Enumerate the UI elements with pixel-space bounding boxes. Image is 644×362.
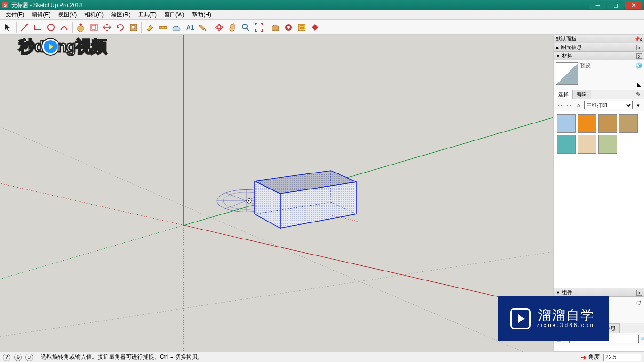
svg-point-14 — [287, 26, 290, 29]
paint-tool[interactable] — [197, 21, 209, 33]
panel-entity-info[interactable]: ▶ 图元信息 x — [554, 43, 644, 52]
statusbar: ? ⊕ ☺ 选取旋转角或输入值。接近量角器可进行捕捉。Ctrl = 切换拷贝。 … — [0, 352, 644, 362]
pin-icon[interactable]: 📌 — [634, 36, 640, 41]
text-tool[interactable]: A1 — [183, 21, 196, 33]
vcb-input[interactable] — [603, 354, 641, 361]
help-icon[interactable]: ? — [3, 354, 10, 361]
selected-box — [255, 171, 356, 228]
zoom-tool[interactable] — [239, 21, 252, 33]
expand-icon: ▼ — [556, 290, 560, 295]
menu-window[interactable]: 窗口(W) — [160, 10, 188, 20]
offset-tool[interactable] — [88, 21, 100, 33]
vcb-label: 角度 — [588, 353, 600, 361]
material-create-icon[interactable]: 🧊 — [636, 62, 643, 69]
menu-view[interactable]: 视图(V) — [54, 10, 81, 20]
collapse-icon: ▶ — [556, 45, 559, 50]
swatch[interactable] — [578, 135, 596, 154]
arrow-indicator: ➔ — [581, 354, 586, 361]
circle-tool[interactable] — [45, 21, 57, 33]
svg-point-9 — [205, 29, 206, 31]
materials-tab-edit[interactable]: 编辑 — [572, 90, 591, 99]
pan-tool[interactable] — [226, 21, 239, 33]
move-tool[interactable] — [101, 21, 113, 33]
panel-materials-header[interactable]: ▼ 材料 x — [554, 52, 644, 60]
watermark-bottomright: 溜溜自学 zixue.3d66.com — [498, 296, 609, 341]
materials-tab-select[interactable]: 选择 — [554, 90, 573, 99]
svg-point-2 — [48, 24, 54, 31]
panel-close[interactable]: x — [636, 53, 642, 59]
panel-close[interactable]: x — [636, 45, 642, 50]
material-default-icon[interactable]: ◣ — [637, 81, 641, 88]
menu-draw[interactable]: 绘图(R) — [107, 10, 134, 20]
svg-line-20 — [184, 117, 553, 225]
svg-point-10 — [216, 26, 223, 29]
svg-line-17 — [0, 127, 553, 352]
swatch[interactable] — [598, 135, 617, 154]
panel-close[interactable]: x — [636, 290, 642, 296]
window-minimize-button[interactable]: ─ — [589, 1, 606, 9]
material-swatches — [554, 111, 644, 168]
svg-point-0 — [26, 24, 28, 25]
line-tool[interactable] — [18, 21, 31, 33]
menu-tools[interactable]: 工具(T) — [134, 10, 160, 20]
scale-tool[interactable] — [127, 21, 140, 33]
swatch[interactable] — [598, 114, 617, 133]
menu-camera[interactable]: 相机(C) — [81, 10, 107, 20]
window-title: 无标题 - SketchUp Pro 2018 — [11, 1, 83, 9]
svg-line-23 — [0, 183, 184, 225]
search-icon[interactable]: 🔍 — [640, 335, 644, 343]
material-preset-label: 预设 — [580, 62, 634, 69]
protractor-tool[interactable] — [170, 21, 182, 33]
expand-icon: ▼ — [556, 54, 560, 58]
status-hint: 选取旋转角或输入值。接近量角器可进行捕捉。Ctrl = 切换拷贝。 — [41, 353, 203, 361]
pushpull-tool[interactable] — [74, 21, 87, 33]
swatch[interactable] — [578, 114, 596, 133]
swatch[interactable] — [557, 135, 576, 154]
warehouse-tool[interactable] — [269, 21, 281, 33]
svg-text:A1: A1 — [186, 24, 194, 31]
component-pin-icon[interactable]: ै — [636, 300, 641, 306]
svg-line-16 — [0, 252, 553, 337]
viewport[interactable] — [0, 35, 553, 352]
svg-line-21 — [0, 225, 184, 279]
material-current-swatch[interactable] — [556, 62, 578, 85]
material-library-select[interactable]: 三维打印 — [584, 101, 633, 109]
app-icon: S — [2, 2, 8, 8]
menubar: 文件(F) 编辑(E) 视图(V) 相机(C) 绘图(R) 工具(T) 窗口(W… — [0, 10, 644, 20]
tray-title[interactable]: 默认面板 📌 x — [554, 35, 644, 43]
scene-3d — [0, 35, 553, 352]
rectangle-tool[interactable] — [32, 21, 44, 33]
menu-help[interactable]: 帮助(H) — [188, 10, 215, 20]
svg-rect-6 — [132, 26, 135, 29]
svg-point-11 — [218, 24, 221, 31]
user-icon[interactable]: ☺ — [25, 354, 33, 361]
menu-edit[interactable]: 编辑(E) — [28, 10, 54, 20]
window-close-button[interactable]: ✕ — [625, 1, 642, 9]
swatch[interactable] — [557, 114, 576, 133]
orbit-tool[interactable] — [213, 21, 225, 33]
swatch[interactable] — [619, 114, 638, 133]
arc-tool[interactable] — [58, 21, 70, 33]
svg-rect-4 — [92, 25, 96, 29]
extension-manager-tool[interactable] — [309, 21, 321, 33]
zoom-extents-tool[interactable] — [253, 21, 265, 33]
toolbar: A1 — [0, 20, 644, 35]
library-menu-icon[interactable]: ▾ — [635, 101, 642, 109]
rotate-tool[interactable] — [114, 21, 126, 33]
geo-icon[interactable]: ⊕ — [14, 354, 22, 361]
nav-back-icon[interactable]: ⇦ — [556, 101, 563, 109]
home-icon[interactable]: ⌂ — [575, 101, 582, 109]
eraser-tool[interactable] — [144, 21, 156, 33]
eyedropper-icon[interactable]: ✎ — [633, 91, 644, 98]
tray-close[interactable]: x — [640, 36, 643, 42]
window-maximize-button[interactable]: ◻ — [607, 1, 624, 9]
send-layout-tool[interactable] — [296, 21, 308, 33]
select-tool[interactable] — [2, 21, 14, 33]
extension-warehouse-tool[interactable] — [282, 21, 295, 33]
svg-point-12 — [242, 24, 247, 29]
tape-tool[interactable] — [157, 21, 169, 33]
nav-fwd-icon[interactable]: ⇨ — [565, 101, 573, 109]
titlebar: S 无标题 - SketchUp Pro 2018 ─ ◻ ✕ — [0, 0, 644, 10]
menu-file[interactable]: 文件(F) — [2, 10, 28, 20]
svg-rect-3 — [91, 24, 97, 31]
